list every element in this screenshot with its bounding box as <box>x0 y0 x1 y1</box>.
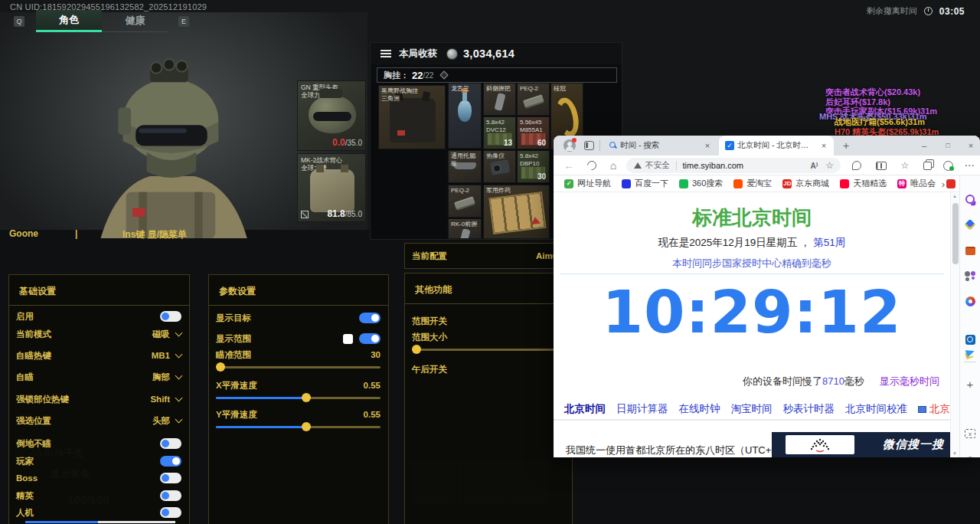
inventory-item[interactable]: 龙舌兰 <box>448 83 482 149</box>
slider-track[interactable] <box>216 422 381 431</box>
inventory-item[interactable]: 热像仪 <box>483 150 516 183</box>
drop-icon[interactable] <box>964 346 976 359</box>
item-art <box>458 100 472 122</box>
favorites-icon[interactable] <box>899 159 911 172</box>
inventory-item[interactable]: 斜侧握把 <box>483 83 516 116</box>
slider-track[interactable] <box>412 345 564 354</box>
outlook-icon[interactable] <box>964 333 976 346</box>
slider-knob[interactable] <box>302 393 311 402</box>
screenshot-icon[interactable] <box>965 429 975 438</box>
divider <box>599 140 600 151</box>
collections-icon[interactable] <box>921 159 933 172</box>
max-distance-slider[interactable] <box>25 521 175 523</box>
scroll-up-arrow[interactable] <box>952 194 957 198</box>
menu-row-label: 瞄准范围 <box>216 349 251 361</box>
bookmark-item[interactable]: 特唯品会 <box>897 178 936 189</box>
people-icon[interactable] <box>964 270 976 282</box>
dropdown[interactable]: 磁吸 <box>152 329 181 340</box>
slider-track[interactable] <box>216 393 381 402</box>
week-link[interactable]: 第51周 <box>813 237 845 248</box>
toggle-switch[interactable] <box>359 333 381 344</box>
toolbox-icon[interactable] <box>964 244 976 257</box>
slider-knob[interactable] <box>412 345 421 354</box>
refresh-button[interactable] <box>586 159 598 172</box>
web-capture-icon[interactable] <box>942 159 954 172</box>
sync-helper-link[interactable]: 北京时间同步助手 <box>918 402 950 416</box>
bookmarks-overflow-chevron[interactable] <box>942 178 945 190</box>
menu-row-label: 玩家 <box>16 456 34 467</box>
inventory-item[interactable]: 5.8x42 DBP1030 <box>517 150 550 183</box>
equipped-helmet-card[interactable]: GN 重型头盔全球力量 0.0/35.0 <box>297 80 366 151</box>
address-bar[interactable]: 不安全 time.syiban.com <box>626 158 841 173</box>
toggle-switch[interactable] <box>160 490 181 501</box>
page-scrollbar[interactable] <box>950 192 959 457</box>
inventory-item[interactable]: 5.56x45 M855A160 <box>517 116 550 149</box>
toggle-switch[interactable] <box>160 311 181 322</box>
slider-knob[interactable] <box>302 422 311 431</box>
site-nav-link[interactable]: 秒表计时器 <box>783 402 835 416</box>
home-button[interactable] <box>607 159 619 172</box>
bookmark-item[interactable]: 天猫精选 <box>840 178 887 189</box>
equipped-vest-card[interactable]: MK-2战术背心全球力量 81.8/85.0 <box>297 153 366 222</box>
dropdown[interactable]: 胸部 <box>152 372 181 383</box>
toggle-switch[interactable] <box>359 313 381 323</box>
bookmark-item[interactable]: JD京东商城 <box>782 178 829 189</box>
site-nav-link[interactable]: 日期计算器 <box>616 402 668 416</box>
toggle-switch[interactable] <box>160 473 181 483</box>
bookmark-label: 网址导航 <box>577 178 611 189</box>
slider-knob[interactable] <box>216 362 225 372</box>
tab-preview-icon[interactable] <box>584 141 594 150</box>
tab-close-icon[interactable] <box>702 140 713 151</box>
bookmark-item[interactable]: 360搜索 <box>679 178 723 189</box>
site-nav-link[interactable]: 北京时间 <box>564 402 606 416</box>
inventory-item[interactable]: 通用托腮板 <box>448 150 482 183</box>
site-nav-link[interactable]: 北京时间校准 <box>845 402 907 416</box>
favorite-star-icon[interactable] <box>825 160 834 171</box>
scrollbar-thumb[interactable] <box>952 203 959 264</box>
inventory-item[interactable]: PEQ-2 <box>448 185 482 218</box>
inventory-item[interactable]: PEQ-2 <box>517 83 550 116</box>
bookmark-item[interactable]: 爱淘宝 <box>733 178 772 189</box>
slider-track[interactable] <box>216 362 381 372</box>
show-ms-link[interactable]: 显示毫秒时间 <box>880 375 939 388</box>
tab-character[interactable]: 角色 <box>36 10 102 32</box>
inventory-item[interactable]: RK-0前握 <box>448 218 482 239</box>
settings-more-icon[interactable] <box>964 159 976 172</box>
scroll-down-arrow[interactable] <box>952 451 957 456</box>
toggle-switch[interactable] <box>160 507 181 518</box>
browser-tab-search[interactable]: 时间 - 搜索 <box>603 136 717 156</box>
site-nav-link[interactable]: 在线时钟 <box>679 402 720 416</box>
config-row[interactable]: 当前配置 AimCF <box>405 244 572 268</box>
settings-icon[interactable] <box>964 454 976 457</box>
shopping-icon[interactable] <box>964 218 976 231</box>
tab-close-icon[interactable] <box>818 140 829 151</box>
read-aloud-icon[interactable] <box>811 162 818 170</box>
browser-tab-beijing-time[interactable]: 北京时间 - 北京时间校准精确到.. <box>719 136 834 156</box>
window-minimize-button[interactable] <box>917 139 931 152</box>
toggle-switch[interactable] <box>160 438 181 449</box>
dropdown[interactable]: MB1 <box>152 351 181 360</box>
add-icon[interactable] <box>964 378 976 390</box>
checkbox[interactable] <box>343 334 353 344</box>
back-button[interactable] <box>563 159 575 172</box>
tab-health[interactable]: 健康 <box>102 10 168 32</box>
search-icon[interactable] <box>964 193 976 205</box>
inventory-item[interactable]: 黑鹰野战胸挂 三角洲 <box>378 85 446 149</box>
window-close-button[interactable] <box>964 139 978 152</box>
item-name: 军用炸药 <box>486 187 547 195</box>
dropdown[interactable]: Shift <box>150 395 181 404</box>
dropdown[interactable]: 头部 <box>152 415 181 427</box>
site-nav-link[interactable]: 淘宝时间 <box>731 402 773 416</box>
browser-essentials-icon[interactable] <box>851 159 863 172</box>
m365-icon[interactable] <box>964 295 976 307</box>
window-maximize-button[interactable] <box>941 139 955 152</box>
bookmark-item[interactable]: 百度一下 <box>622 178 668 189</box>
toggle-switch[interactable] <box>160 456 181 467</box>
new-tab-button[interactable] <box>840 139 852 152</box>
inventory-item[interactable]: 军用炸药 <box>483 185 550 239</box>
split-screen-icon[interactable] <box>875 159 887 172</box>
sync-note-link[interactable]: 本时间同步国家授时中心精确到毫秒 <box>554 257 950 270</box>
inventory-item[interactable]: 5.8x42 DVC1213 <box>483 116 516 149</box>
bookmark-item[interactable]: ✓网址导航 <box>564 178 611 189</box>
menu-icon[interactable] <box>381 50 391 57</box>
